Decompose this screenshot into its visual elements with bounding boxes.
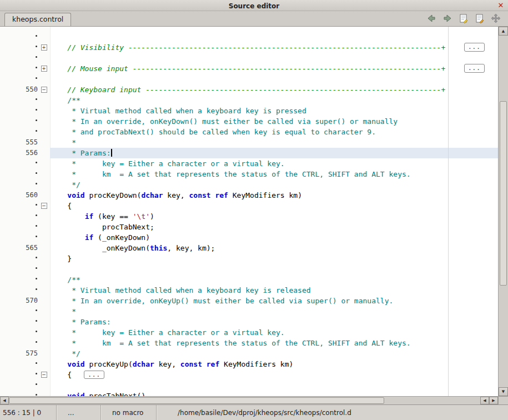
fold-collapse-icon[interactable]: − [41,372,47,378]
code-text: void procKeyDown(dchar key, const ref Ke… [50,190,498,201]
folded-ellipsis-box[interactable]: ... [464,64,485,73]
move-icon[interactable] [490,13,501,24]
code-text [50,380,498,391]
save-as-icon[interactable] [474,13,485,24]
fold-column [38,106,50,116]
line-gutter [0,106,38,116]
code-line[interactable]: * [0,306,498,317]
close-icon[interactable]: ✕ [496,0,505,11]
forward-arrow-icon[interactable] [442,13,453,24]
scroll-left-icon-2[interactable]: ◀ [480,397,489,404]
line-dot [36,236,37,237]
fold-collapse-icon[interactable]: − [41,203,47,209]
vertical-scroll-track[interactable] [499,36,508,387]
code-line[interactable]: − { [0,201,498,211]
code-line[interactable]: * In an override, onKeyDown() must eithe… [0,116,498,127]
fold-collapse-icon[interactable]: − [41,87,47,93]
fold-column: − [38,84,50,95]
code-line[interactable] [0,53,498,63]
code-line[interactable]: } [0,253,498,264]
code-line[interactable]: /** [0,274,498,285]
code-line[interactable]: * Virtual method called when a keyboard … [0,106,498,116]
code-line[interactable]: − {... [0,369,498,380]
fold-column [38,211,50,222]
horizontal-scrollbar[interactable]: ◀ ◀ ▶ [0,396,508,404]
horizontal-scroll-track[interactable] [9,397,480,404]
code-line[interactable]: * and procTabNext() should be called whe… [0,127,498,137]
line-gutter [0,63,38,74]
line-gutter [0,274,38,285]
code-text [50,74,498,84]
line-gutter [0,285,38,296]
code-line[interactable]: 570 * In an override, onKeyUp() must eit… [0,296,498,306]
scroll-right-icon[interactable]: ▶ [489,397,498,404]
code-text: // Visibility --------------------------… [50,42,498,53]
fold-expand-icon[interactable]: + [41,66,47,72]
line-dot [36,320,37,322]
code-text: * In an override, onKeyUp() must either … [50,296,498,306]
code-line[interactable]: /** [0,95,498,106]
code-text: if (_onKeyDown) [50,232,498,243]
code-line[interactable] [0,32,498,42]
line-dot [36,267,37,269]
fold-column [38,32,50,42]
code-text: procTabNext; [50,222,498,232]
fold-column [38,391,50,396]
code-text: */ [50,179,498,190]
line-gutter: 575 [0,348,38,359]
save-icon[interactable] [458,13,469,24]
code-line[interactable]: * km = A set that represents the status … [0,338,498,348]
line-gutter [0,327,38,338]
code-line[interactable]: void procTabNext() [0,391,498,396]
fold-column [38,253,50,264]
titlebar[interactable]: Source editor ✕ [0,0,508,11]
code-line[interactable] [0,264,498,274]
code-line[interactable]: + // Visibility ------------------------… [0,42,498,53]
horizontal-scroll-thumb[interactable] [9,397,384,404]
code-line[interactable]: 555 * [0,137,498,148]
code-text: _onKeyDown(this, key, km); [50,243,498,253]
fold-column [38,179,50,190]
line-gutter [0,391,38,396]
tab-kheops-control[interactable]: kheops.control [4,13,71,26]
code-line[interactable]: void procKeyUp(dchar key, const ref KeyM… [0,359,498,369]
code-line[interactable]: 575 */ [0,348,498,359]
folded-ellipsis-box[interactable]: ... [464,43,485,52]
line-gutter: 565 [0,243,38,253]
code-line[interactable]: 550− // Keyboard input -----------------… [0,84,498,95]
code-line[interactable] [0,380,498,391]
code-line[interactable]: 556 * Params: [0,148,498,158]
line-dot [36,172,37,174]
code-line[interactable]: + // Mouse input -----------------------… [0,63,498,74]
code-line[interactable]: * km = A set that represents the status … [0,169,498,179]
code-line[interactable]: * Virtual method called when a keyboard … [0,285,498,296]
line-gutter [0,317,38,327]
code-line[interactable]: * Params: [0,317,498,327]
editor-lines: + // Visibility ------------------------… [0,27,498,396]
code-line[interactable]: * key = Either a character or a virtual … [0,327,498,338]
code-line[interactable]: * key = Either a character or a virtual … [0,158,498,169]
status-extra: ... [57,405,101,420]
vertical-scrollbar[interactable]: ▲ ▼ [498,27,508,396]
tab-bar: kheops.control [0,11,508,27]
code-line[interactable]: 560 void procKeyDown(dchar key, const re… [0,190,498,201]
line-dot [36,309,37,311]
code-line[interactable]: */ [0,179,498,190]
code-line[interactable]: if (key == '\t') [0,211,498,222]
scroll-down-icon[interactable]: ▼ [499,387,508,396]
line-dot [36,56,37,58]
scroll-up-icon[interactable]: ▲ [499,27,508,36]
scroll-left-icon[interactable]: ◀ [0,397,9,404]
code-line[interactable]: 565 _onKeyDown(this, key, km); [0,243,498,253]
fold-expand-icon[interactable]: + [41,44,47,51]
vertical-scroll-thumb[interactable] [500,101,507,286]
code-line[interactable]: procTabNext; [0,222,498,232]
line-dot [36,257,37,258]
code-line[interactable]: if (_onKeyDown) [0,232,498,243]
folded-ellipsis-box[interactable]: ... [84,371,104,379]
status-bar: 556 : 15 | 0 ... no macro /home/basile/D… [0,404,508,420]
code-editor[interactable]: + // Visibility ------------------------… [0,27,498,396]
line-gutter [0,359,38,369]
code-line[interactable] [0,74,498,84]
back-arrow-icon[interactable] [426,13,437,24]
